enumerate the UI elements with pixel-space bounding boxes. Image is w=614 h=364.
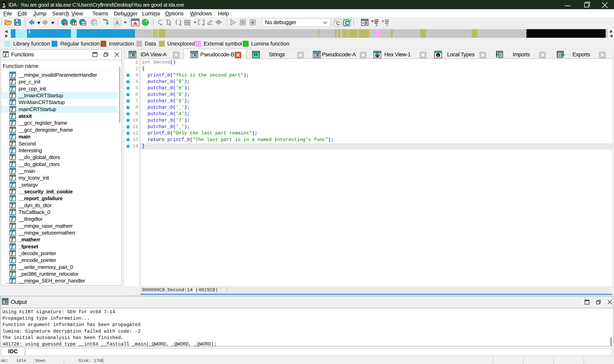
svg-text:A: A (115, 19, 119, 26)
svg-text:010: 010 (81, 22, 86, 25)
svg-text:t: t (437, 53, 439, 58)
